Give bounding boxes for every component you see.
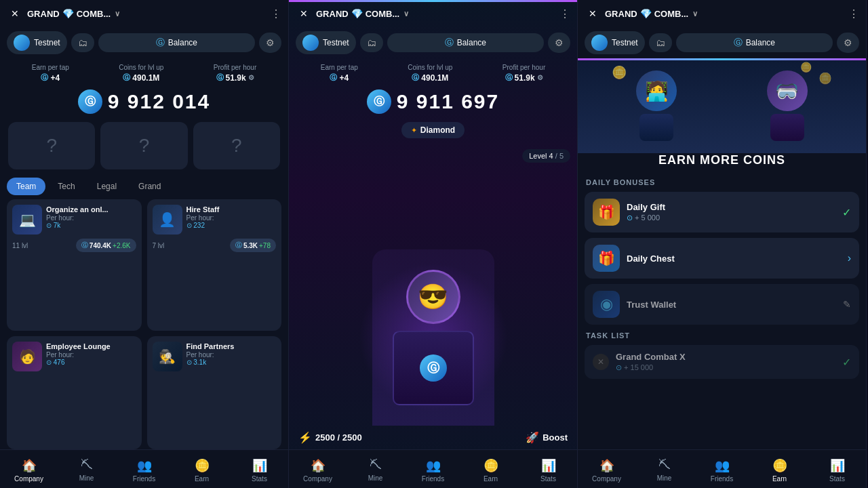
testnet-label-1: Testnet [34,38,60,47]
settings-button-1[interactable]: ⚙ [259,33,281,53]
stat-earn-label-1: Earn per tap [32,64,69,71]
task-list-label: TASK LIST [578,327,866,342]
bonus-trust-wallet[interactable]: ◉ Trust Wallet ✎ [585,284,859,325]
balance-button-3[interactable]: Ⓖ Balance [676,33,833,52]
close-button-1[interactable]: ✕ [7,5,23,22]
nav-mine-3[interactable]: ⛏ Mine [635,455,693,485]
chevron-icon-3[interactable]: ∨ [692,9,698,18]
level-badge: Level 4 / 5 [522,149,570,163]
nav-stats-label-2: Stats [540,475,556,483]
wallet-button-3[interactable]: 🗂 [649,33,672,52]
bonus-daily-chest[interactable]: 🎁 Daily Chest › [585,238,859,279]
topbar-1: ✕ GRAND 💎 COMB... ∨ ⋮ [0,0,288,27]
settings-button-3[interactable]: ⚙ [837,33,859,53]
character-area[interactable]: 😎 Ⓖ Level 4 / 5 [289,142,577,426]
testnet-button-1[interactable]: Testnet [7,31,67,54]
app-name-1: GRAND [27,9,60,19]
balance-label-3: Balance [746,38,775,47]
nav-earn-3[interactable]: 🪙 Earn [751,455,808,485]
boost-button[interactable]: 🚀 Boost [526,431,568,444]
balance-icon-2: Ⓖ [445,37,454,49]
cards-grid: 💻 Organize an onl... Per hour: ⊙ 7k 11 l… [0,199,288,449]
more-button-1[interactable]: ⋮ [271,7,281,20]
card-lounge[interactable]: 🧑 Employee Lounge Per hour: ⊙ 476 [7,336,142,450]
tab-team[interactable]: Team [7,178,45,195]
earn-char-right-body [770,114,804,141]
balance-button-2[interactable]: Ⓖ Balance [387,33,544,52]
nav-mine-icon-1: ⛏ [81,458,93,472]
tab-tech[interactable]: Tech [48,178,84,195]
card-partners[interactable]: 🕵 Find Partners Per hour: ⊙ 3.1k [147,336,282,450]
stat-earn-1: Earn per tap Ⓖ +4 [32,64,69,83]
trust-wallet-icon: ◉ [600,296,613,313]
nav-earn-label-1: Earn [195,475,209,483]
chevron-icon-2[interactable]: ∨ [403,9,409,18]
stat-profit-label-2: Profit per hour [502,64,545,71]
nav-company-3[interactable]: 🏠 Company [578,455,635,485]
settings-icon-2: ⚙ [555,37,564,48]
balance-button-1[interactable]: Ⓖ Balance [98,33,255,52]
earn-header-bg: 🧑‍💻 🪙 🪙 🪙 🥽 [578,58,866,153]
testnet-button-2[interactable]: Testnet [296,31,356,54]
testnet-button-3[interactable]: Testnet [585,31,645,54]
nav-company-2[interactable]: 🏠 Company [289,455,347,485]
nav-friends-3[interactable]: 👥 Friends [693,455,751,485]
settings-button-2[interactable]: ⚙ [548,33,570,53]
task-x-icon: ✕ [593,354,609,370]
nav-friends-icon-2: 👥 [426,458,441,473]
bottom-nav-3: 🏠 Company ⛏ Mine 👥 Friends 🪙 Earn 📊 Stat… [578,449,866,488]
close-button-2[interactable]: ✕ [296,5,312,22]
card-organize-thumb: 💻 [12,205,42,235]
nav-friends-label-1: Friends [133,475,155,483]
panel-game: ✕ GRAND 💎 COMB... ∨ ⋮ Testnet 🗂 Ⓖ Balanc… [289,0,578,488]
nav-stats-2[interactable]: 📊 Stats [519,455,577,485]
testnet-dot-3 [591,35,608,51]
earn-coin-deco-3: 🪙 [818,72,832,85]
wallet-button-2[interactable]: 🗂 [360,33,383,52]
balance-label-1: Balance [168,38,197,47]
nav-mine-label-3: Mine [657,474,672,482]
card-lounge-info: Employee Lounge Per hour: ⊙ 476 [46,342,136,366]
chest-logo: Ⓖ [420,354,447,382]
nav-friends-1[interactable]: 👥 Friends [115,455,173,485]
earn-main-title: EARN MORE COINS [586,153,858,167]
stat-profit-val-1: 51.9k [226,73,246,83]
daily-chest-arrow-icon: › [848,252,851,264]
card-organize-level: 11 lvl [12,242,28,249]
mystery-card-3[interactable]: ? [193,122,280,169]
nav-company-icon-3: 🏠 [599,458,614,473]
tab-grand[interactable]: Grand [129,178,170,195]
nav-mine-2[interactable]: ⛏ Mine [347,455,404,485]
nav-friends-2[interactable]: 👥 Friends [404,455,462,485]
more-button-2[interactable]: ⋮ [559,7,570,20]
card-organize[interactable]: 💻 Organize an onl... Per hour: ⊙ 7k 11 l… [7,199,142,331]
character-torso: Ⓖ [393,331,474,405]
daily-chest-icon: 🎁 [598,250,615,266]
nav-stats-1[interactable]: 📊 Stats [231,455,288,485]
app-suffix-2: COMB... [366,9,400,19]
badge-diamond-icon: ✦ [411,126,417,135]
bonus-daily-gift[interactable]: 🎁 Daily Gift ⊙ + 5 000 ✓ [585,192,859,232]
wallet-icon-2: 🗂 [367,37,376,48]
more-button-3[interactable]: ⋮ [848,7,859,20]
nav-mine-1[interactable]: ⛏ Mine [58,455,115,485]
mystery-card-1[interactable]: ? [8,122,95,169]
daily-gift-icon: 🎁 [598,204,615,220]
coin-amount-2: 9 911 697 [397,90,499,113]
nav-earn-1[interactable]: 🪙 Earn [173,455,231,485]
chevron-icon-1[interactable]: ∨ [115,9,120,18]
topbar-2: ✕ GRAND 💎 COMB... ∨ ⋮ [289,0,577,27]
tab-legal[interactable]: Legal [87,178,126,195]
wallet-button-1[interactable]: 🗂 [71,33,94,52]
card-partners-header: 🕵 Find Partners Per hour: ⊙ 3.1k [153,342,277,371]
nav-stats-3[interactable]: 📊 Stats [808,455,866,485]
diamond-icon-3: 💎 [640,8,652,19]
card-organize-info: Organize an onl... Per hour: ⊙ 7k [46,205,136,229]
card-hire[interactable]: 👤 Hire Staff Per hour: ⊙ 232 7 lvl Ⓖ 5.3… [147,199,282,331]
close-button-3[interactable]: ✕ [585,5,601,22]
stats-row-1: Earn per tap Ⓖ +4 Coins for lvl up Ⓖ 490… [0,58,288,85]
nav-company-1[interactable]: 🏠 Company [0,455,58,485]
mystery-card-2[interactable]: ? [100,122,187,169]
task-grand-combat[interactable]: ✕ Grand Combat X ⊙ + 15 000 ✓ [585,345,859,379]
nav-earn-2[interactable]: 🪙 Earn [462,455,519,485]
